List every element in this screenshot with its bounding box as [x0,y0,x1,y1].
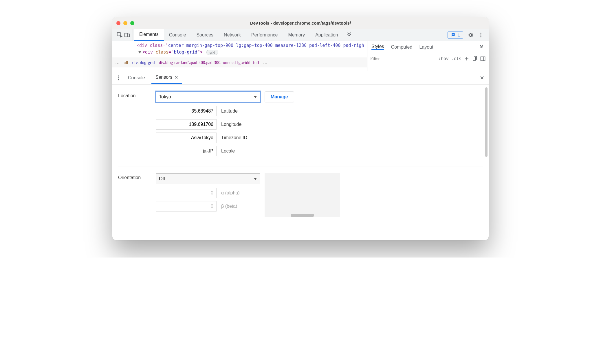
devtools-window: DevTools - developer.chrome.com/tags/dev… [112,17,489,240]
longitude-input[interactable] [156,119,217,130]
close-tab-icon[interactable]: × [175,74,178,81]
svg-rect-1 [125,33,128,37]
tab-elements[interactable]: Elements [134,29,164,41]
tab-label: Sources [196,32,213,38]
scrollbar[interactable] [485,87,488,157]
section-divider [118,166,483,166]
tab-console[interactable]: Console [164,29,191,41]
dom-tree[interactable]: <div class="center margin-gap-top-900 lg… [112,41,367,58]
timezone-input[interactable] [156,133,217,143]
main-toolbar: Elements Console Sources Network Perform… [112,29,489,41]
issues-icon [451,32,456,38]
device-toolbar-icon[interactable] [124,32,130,38]
drawer-tab-console[interactable]: Console [124,71,149,84]
drawer-tab-sensors[interactable]: Sensors × [151,71,182,84]
tab-label: Sensors [155,75,173,80]
breadcrumb-ellipsis[interactable]: … [263,60,267,65]
breadcrumb-item[interactable]: div.blog-card.md\:pad-400.pad-300.rounde… [159,60,259,65]
svg-point-6 [480,34,481,36]
locale-input[interactable] [156,146,217,156]
latitude-input[interactable] [156,106,217,116]
drawer-menu-icon[interactable] [115,75,122,81]
dom-attr-value: blog-grid [174,49,197,55]
hov-toggle[interactable]: :hov [438,56,449,61]
tab-label: Elements [139,32,159,37]
tab-label: Network [224,32,241,38]
svg-rect-2 [128,34,130,37]
more-tabs-icon[interactable] [346,32,352,38]
longitude-label: Longitude [221,122,241,127]
styles-tabs: Styles Computed Layout [367,41,489,53]
chevron-down-icon [254,178,257,180]
beta-label: β (beta) [221,204,237,209]
location-label: Location [118,91,156,159]
breadcrumb-item[interactable]: ull [124,60,128,65]
computed-sidebar-icon[interactable] [480,56,486,62]
elements-pane: <div class="center margin-gap-top-900 lg… [112,41,367,71]
select-value: Tokyo [159,94,171,100]
more-options-icon[interactable] [478,32,484,38]
styles-filter-input[interactable] [370,56,405,61]
locale-label: Locale [221,148,235,154]
svg-rect-4 [452,35,454,35]
location-preset-select[interactable]: Tokyo [156,91,260,102]
minimize-window-button[interactable] [123,21,127,25]
manage-locations-button[interactable]: Manage [265,91,294,102]
window-title: DevTools - developer.chrome.com/tags/dev… [112,21,489,25]
latitude-label: Latitude [221,109,238,114]
svg-rect-8 [473,57,475,60]
alpha-input [156,188,217,198]
disclosure-triangle-icon[interactable] [138,51,141,54]
styles-tab-styles[interactable]: Styles [371,44,384,50]
orientation-preset-select[interactable]: Off [156,173,260,184]
svg-point-11 [118,77,119,78]
styles-more-tabs-icon[interactable] [478,44,485,50]
orientation-preview [265,173,340,217]
styles-pane: Styles Computed Layout :hov .cls [367,41,489,71]
styles-tab-layout[interactable]: Layout [419,45,433,50]
svg-point-12 [118,79,119,80]
breadcrumb-item[interactable]: div.blog-grid [132,60,155,65]
svg-rect-3 [452,34,454,35]
grid-badge[interactable]: grid [206,50,218,55]
tab-sources[interactable]: Sources [191,29,219,41]
issues-count: 1 [458,32,460,37]
location-section: Location Tokyo Manage Latitude [118,91,483,159]
copy-styles-icon[interactable] [472,56,478,62]
device-preview-bar [291,214,314,217]
orientation-section: Orientation Off α (alpha) [118,173,483,217]
zoom-window-button[interactable] [130,21,134,25]
cls-toggle[interactable]: .cls [451,56,461,61]
issues-badge[interactable]: 1 [448,32,463,38]
dom-node-partial: <div class=" [137,43,168,48]
styles-filter-bar: :hov .cls [367,53,489,64]
svg-rect-9 [481,57,485,60]
dom-attr-name: class [155,49,168,55]
drawer-tabs: Console Sensors × × [112,71,489,84]
breadcrumb-ellipsis[interactable]: … [115,60,120,65]
tab-label: Memory [288,32,305,38]
settings-icon[interactable] [467,32,474,38]
alpha-label: α (alpha) [221,190,240,196]
styles-tab-computed[interactable]: Computed [391,45,413,50]
beta-input [156,201,217,212]
tab-memory[interactable]: Memory [283,29,310,41]
timezone-label: Timezone ID [221,135,247,140]
dom-breadcrumb[interactable]: … ull div.blog-grid div.blog-card.md\:pa… [112,58,367,67]
elements-styles-split: <div class="center margin-gap-top-900 lg… [112,41,489,71]
svg-point-10 [118,75,119,76]
new-style-rule-icon[interactable] [464,56,470,62]
tab-application[interactable]: Application [310,29,343,41]
titlebar: DevTools - developer.chrome.com/tags/dev… [112,17,489,29]
chevron-down-icon [254,96,257,98]
sensors-panel: Location Tokyo Manage Latitude [112,84,489,240]
close-window-button[interactable] [116,21,120,25]
inspect-element-icon[interactable] [116,32,123,38]
tab-network[interactable]: Network [219,29,246,41]
svg-point-7 [480,36,481,37]
window-controls [116,21,134,25]
close-drawer-icon[interactable]: × [478,74,486,82]
tab-performance[interactable]: Performance [246,29,283,41]
main-tabs: Elements Console Sources Network Perform… [134,29,352,41]
tab-label: Console [169,32,186,38]
